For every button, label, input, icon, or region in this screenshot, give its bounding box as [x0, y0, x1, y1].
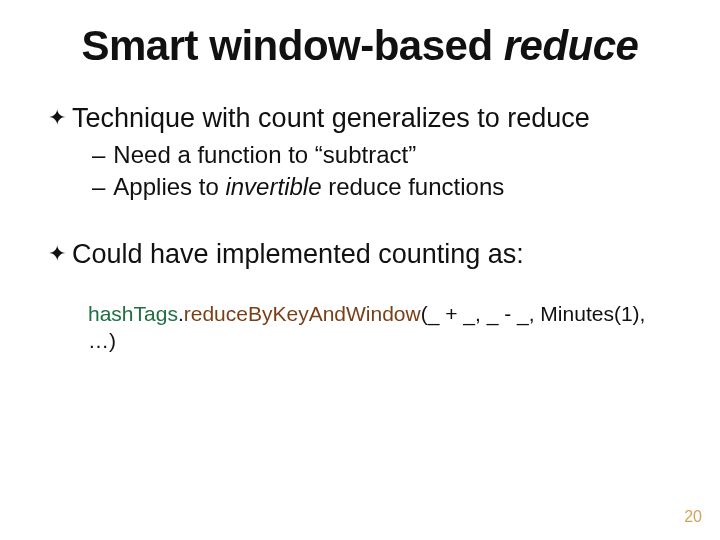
title-italic: reduce [504, 22, 639, 69]
code-variable: hashTags [88, 302, 178, 325]
sub2-prefix: Applies to [113, 173, 225, 200]
bullet-1-sub-1-text: Need a function to “subtract” [113, 140, 416, 170]
diamond-icon: ✦ [48, 102, 66, 134]
code-method: reduceByKeyAndWindow [184, 302, 421, 325]
sub2-italic: invertible [225, 173, 321, 200]
bullet-1-sub-2: – Applies to invertible reduce functions [92, 172, 672, 202]
spacer [48, 204, 672, 238]
diamond-icon: ✦ [48, 238, 66, 270]
bullet-1-sub-1: – Need a function to “subtract” [92, 140, 672, 170]
slide-title: Smart window-based reduce [48, 22, 672, 70]
dash-icon: – [92, 140, 105, 170]
slide-container: Smart window-based reduce ✦ Technique wi… [0, 0, 720, 540]
bullet-1-sub-2-text: Applies to invertible reduce functions [113, 172, 504, 202]
bullet-1: ✦ Technique with count generalizes to re… [48, 102, 672, 136]
code-snippet: hashTags.reduceByKeyAndWindow(_ + _, _ -… [88, 300, 672, 355]
page-number: 20 [684, 508, 702, 526]
title-prefix: Smart window-based [82, 22, 504, 69]
bullet-2: ✦ Could have implemented counting as: [48, 238, 672, 272]
bullet-1-text: Technique with count generalizes to redu… [72, 102, 590, 136]
dash-icon: – [92, 172, 105, 202]
bullet-2-text: Could have implemented counting as: [72, 238, 524, 272]
sub2-suffix: reduce functions [321, 173, 504, 200]
